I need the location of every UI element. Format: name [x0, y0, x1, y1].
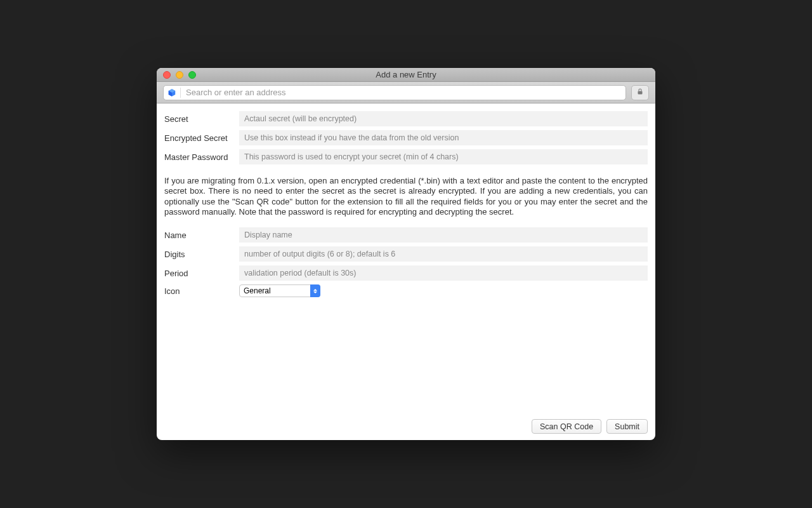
digits-label: Digits	[164, 250, 239, 259]
window-title: Add a new Entry	[157, 70, 655, 79]
digits-input[interactable]	[239, 246, 648, 262]
row-secret: Secret	[164, 111, 648, 126]
titlebar: Add a new Entry	[157, 68, 655, 82]
row-name: Name	[164, 227, 648, 243]
master-password-label: Master Password	[164, 152, 239, 162]
lock-button[interactable]	[631, 85, 649, 100]
toolbar	[157, 82, 655, 104]
svg-rect-0	[638, 91, 643, 95]
encrypted-secret-label: Encrypted Secret	[164, 133, 239, 143]
period-input[interactable]	[239, 265, 648, 281]
submit-button[interactable]: Submit	[606, 419, 648, 434]
traffic-lights	[157, 71, 196, 79]
name-label: Name	[164, 231, 239, 240]
lock-icon	[636, 88, 644, 97]
app-window: Add a new Entry Secret	[157, 68, 655, 440]
row-master: Master Password	[164, 149, 648, 164]
migration-info-text: If you are migrating from 0.1.x version,…	[164, 176, 648, 217]
search-input[interactable]	[180, 88, 622, 98]
scan-qr-button[interactable]: Scan QR Code	[532, 419, 601, 434]
secret-label: Secret	[164, 114, 239, 124]
icon-select[interactable]: General	[239, 284, 320, 297]
footer: Scan QR Code Submit	[164, 414, 648, 434]
row-period: Period	[164, 265, 648, 281]
encrypted-secret-input[interactable]	[239, 130, 648, 145]
row-icon: Icon General	[164, 284, 648, 297]
secret-input[interactable]	[239, 111, 648, 126]
spacer	[164, 301, 648, 414]
master-password-input[interactable]	[239, 149, 648, 164]
row-encrypted: Encrypted Secret	[164, 130, 648, 145]
icon-label: Icon	[164, 286, 239, 296]
name-input[interactable]	[239, 227, 648, 243]
icon-select-wrap: General	[239, 284, 320, 297]
content-area: Secret Encrypted Secret Master Password …	[157, 104, 655, 440]
search-field-wrap	[163, 85, 626, 100]
period-label: Period	[164, 269, 239, 278]
minimize-window-button[interactable]	[176, 71, 183, 79]
maximize-window-button[interactable]	[188, 71, 196, 79]
row-digits: Digits	[164, 246, 648, 262]
close-window-button[interactable]	[163, 71, 171, 79]
cube-icon	[167, 88, 176, 97]
